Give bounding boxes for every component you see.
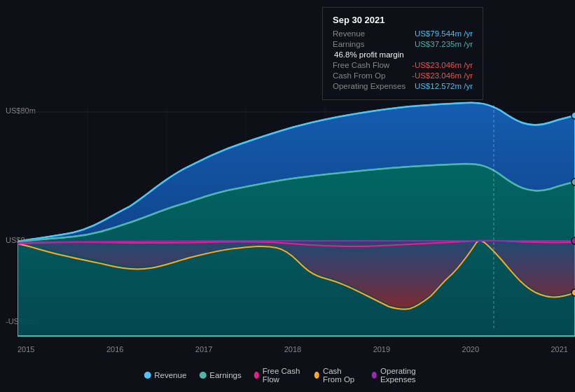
legend-item-opex[interactable]: Operating Expenses (372, 367, 431, 384)
tooltip-value-opex: US$12.572m /yr (415, 82, 473, 90)
tooltip-margin: 46.8% profit margin (333, 50, 473, 59)
x-label-2017: 2017 (195, 345, 212, 354)
svg-point-9 (571, 112, 575, 119)
x-label-2020: 2020 (462, 345, 479, 354)
chart-container: Sep 30 2021 Revenue US$79.544m /yr Earni… (0, 0, 575, 392)
tooltip-label-fcf: Free Cash Flow (333, 61, 389, 69)
x-axis: 2015 2016 2017 2018 2019 2020 2021 (18, 345, 568, 354)
x-label-2021: 2021 (550, 345, 567, 354)
legend-label-earnings: Earnings (209, 371, 241, 379)
legend-label-cashop: Cash From Op (323, 367, 359, 384)
tooltip-row-earnings: Earnings US$37.235m /yr (333, 40, 473, 48)
tooltip-label-earnings: Earnings (333, 40, 364, 48)
tooltip-value-earnings: US$37.235m /yr (415, 40, 473, 48)
tooltip-value-revenue: US$79.544m /yr (415, 29, 473, 38)
svg-point-10 (571, 178, 575, 186)
legend-item-cashop[interactable]: Cash From Op (314, 367, 359, 384)
tooltip-label-opex: Operating Expenses (333, 82, 406, 90)
legend-label-revenue: Revenue (154, 371, 186, 379)
x-label-2015: 2015 (18, 345, 34, 354)
legend-item-earnings[interactable]: Earnings (199, 371, 241, 379)
tooltip-row-fcf: Free Cash Flow -US$23.046m /yr (333, 61, 473, 69)
chart-svg (18, 0, 575, 357)
x-label-2016: 2016 (106, 345, 123, 354)
tooltip-row-opex: Operating Expenses US$12.572m /yr (333, 82, 473, 90)
legend-dot-earnings (199, 372, 206, 379)
x-label-2019: 2019 (373, 345, 390, 354)
legend-dot-opex (372, 372, 377, 379)
legend-label-opex: Operating Expenses (380, 367, 431, 384)
svg-point-12 (571, 289, 575, 296)
tooltip-row-revenue: Revenue US$79.544m /yr (333, 29, 473, 38)
legend-item-fcf[interactable]: Free Cash Flow (254, 367, 302, 384)
legend-item-revenue[interactable]: Revenue (144, 371, 186, 379)
tooltip-label-cashop: Cash From Op (333, 71, 385, 80)
legend-dot-cashop (314, 372, 319, 379)
tooltip-value-fcf: -US$23.046m /yr (412, 61, 473, 69)
tooltip-box: Sep 30 2021 Revenue US$79.544m /yr Earni… (322, 7, 483, 100)
legend-label-fcf: Free Cash Flow (263, 367, 302, 384)
chart-legend: Revenue Earnings Free Cash Flow Cash Fro… (144, 367, 431, 384)
legend-dot-revenue (144, 372, 151, 379)
x-label-2018: 2018 (284, 345, 301, 354)
svg-point-11 (571, 237, 575, 244)
tooltip-label-revenue: Revenue (333, 29, 365, 38)
tooltip-date: Sep 30 2021 (333, 15, 473, 25)
tooltip-value-cashop: -US$23.046m /yr (412, 71, 473, 80)
tooltip-row-cashop: Cash From Op -US$23.046m /yr (333, 71, 473, 80)
legend-dot-fcf (254, 372, 259, 379)
